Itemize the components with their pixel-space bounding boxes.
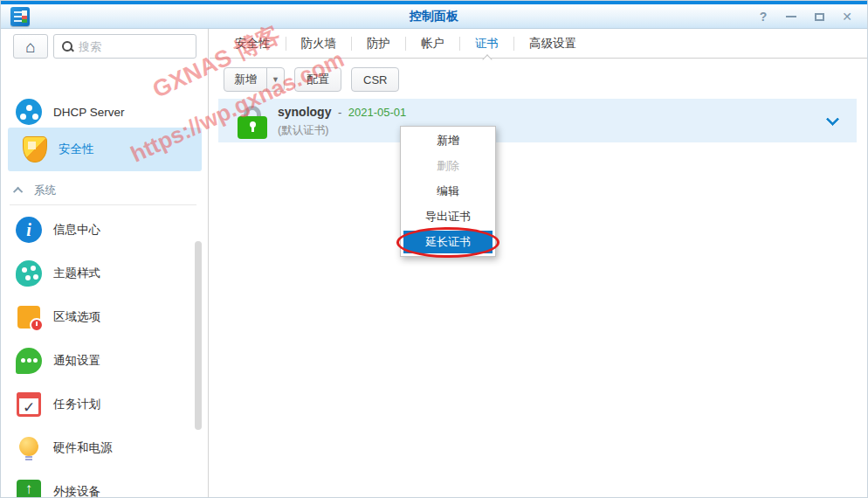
sidebar-item-label: 主题样式 (53, 266, 100, 281)
sidebar-item-task-scheduler[interactable]: 任务计划 (1, 383, 208, 426)
certificate-row[interactable]: synology - 2021-05-01 (默认证书) (218, 99, 857, 142)
certificate-name: synology (278, 105, 331, 119)
menu-item-add[interactable]: 新增 (401, 128, 495, 153)
sidebar-item-info-center[interactable]: i 信息中心 (1, 208, 208, 252)
context-menu: 新增 删除 编辑 导出证书 延长证书 (400, 126, 496, 257)
divider (10, 204, 196, 205)
security-shield-icon (23, 136, 47, 163)
sidebar-item-theme[interactable]: 主题样式 (1, 252, 208, 295)
sidebar-item-label: 信息中心 (53, 222, 100, 238)
home-icon: ⌂ (25, 38, 35, 55)
sidebar-scrollbar[interactable] (195, 241, 202, 430)
task-scheduler-icon (16, 391, 42, 418)
section-label: 系统 (34, 183, 56, 198)
add-dropdown-arrow[interactable]: ▼ (266, 68, 284, 91)
certificate-lock-icon (238, 106, 267, 139)
chevron-down-icon[interactable] (826, 113, 840, 127)
csr-button[interactable]: CSR (351, 67, 399, 92)
add-button-label: 新增 (224, 72, 266, 87)
theme-style-icon (16, 260, 42, 287)
menu-item-delete: 删除 (401, 153, 495, 178)
sidebar-item-security[interactable]: 安全性 (8, 128, 202, 171)
hardware-power-icon (16, 435, 42, 461)
toolbar: 新增 ▼ 配置 CSR (224, 67, 399, 92)
control-panel-window: 控制面板 ? ✕ ⌂ DHCP Server 安全性 系统 (0, 0, 868, 498)
menu-item-renew-certificate[interactable]: 延长证书 (403, 231, 493, 253)
sidebar-item-hardware-power[interactable]: 硬件和电源 (1, 426, 208, 470)
home-button[interactable]: ⌂ (13, 34, 48, 59)
tab-certificate[interactable]: 证书 (460, 29, 513, 59)
window-title: 控制面板 (1, 9, 867, 24)
tab-bar: 安全性 防火墙 防护 帐户 证书 高级设置 (210, 29, 867, 59)
sidebar-item-label: DHCP Server (53, 106, 125, 119)
search-icon (61, 40, 73, 52)
maximize-icon[interactable] (811, 9, 827, 24)
info-center-icon: i (16, 217, 42, 243)
sidebar-section-system[interactable]: 系统 (16, 179, 194, 202)
certificate-text: synology - 2021-05-01 (默认证书) (278, 104, 406, 138)
sidebar-item-regional-options[interactable]: 区域选项 (1, 295, 208, 339)
tab-security[interactable]: 安全性 (220, 29, 286, 59)
sidebar-item-external-devices[interactable]: 外接设备 (1, 470, 208, 498)
add-split-button[interactable]: 新增 ▼ (224, 67, 285, 92)
active-tab-notch (482, 54, 492, 64)
menu-item-edit[interactable]: 编辑 (401, 178, 495, 204)
main-panel: 安全性 防火墙 防护 帐户 证书 高级设置 新增 ▼ 配置 CSR (210, 29, 867, 497)
dhcp-server-icon (16, 99, 42, 125)
search-input[interactable] (79, 40, 175, 53)
window-controls: ? ✕ (755, 7, 855, 26)
sidebar-item-notification-settings[interactable]: 通知设置 (1, 339, 208, 383)
sidebar-item-label: 区域选项 (53, 309, 100, 325)
certificate-date: 2021-05-01 (348, 106, 407, 119)
regional-options-icon (16, 304, 42, 330)
configure-button[interactable]: 配置 (294, 67, 341, 92)
sidebar-item-label: 安全性 (59, 142, 94, 157)
sidebar-item-label: 通知设置 (53, 353, 100, 369)
sidebar-item-label: 外接设备 (53, 484, 100, 498)
titlebar: 控制面板 ? ✕ (1, 4, 867, 29)
sidebar-item-label: 任务计划 (53, 397, 100, 412)
chevron-up-icon (13, 187, 23, 197)
minimize-icon[interactable] (783, 9, 799, 24)
tab-protection[interactable]: 防护 (352, 29, 405, 59)
tab-label: 证书 (475, 36, 499, 52)
tab-account[interactable]: 帐户 (406, 29, 459, 59)
external-devices-icon (16, 479, 42, 498)
search-box (53, 34, 196, 59)
help-icon[interactable]: ? (755, 9, 771, 24)
certificate-separator: - (335, 106, 344, 119)
tab-firewall[interactable]: 防火墙 (286, 29, 352, 59)
sidebar: ⌂ DHCP Server 安全性 系统 i 信息中心 主题样式 (1, 29, 209, 497)
certificate-subtitle: (默认证书) (278, 123, 406, 138)
tab-advanced-settings[interactable]: 高级设置 (514, 29, 591, 59)
notification-settings-icon (16, 348, 42, 374)
menu-item-export-certificate[interactable]: 导出证书 (401, 204, 495, 229)
close-icon[interactable]: ✕ (839, 9, 855, 24)
sidebar-item-label: 硬件和电源 (53, 440, 113, 456)
